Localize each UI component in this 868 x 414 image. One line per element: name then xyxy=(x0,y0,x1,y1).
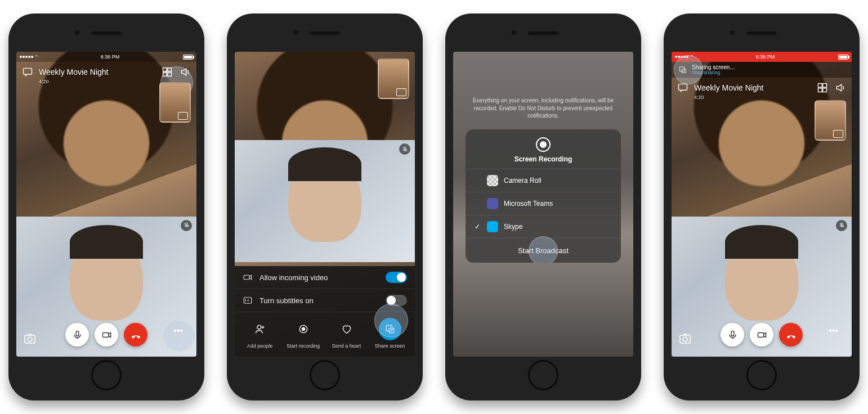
subtitles-row[interactable]: Turn subtitles on xyxy=(235,289,415,312)
allow-incoming-label: Allow incoming video xyxy=(259,273,328,282)
share-screen-label: Share screen xyxy=(375,343,405,349)
start-broadcast-label: Start Broadcast xyxy=(518,246,569,255)
picture-in-picture[interactable] xyxy=(378,58,409,99)
send-heart-label: Send a heart xyxy=(332,343,361,349)
home-button[interactable] xyxy=(310,360,340,390)
call-duration: 4:20 xyxy=(39,79,49,84)
screen: 6:36 PM Sharing screen… Stop sharing Wee… xyxy=(672,52,852,357)
broadcast-hint: Everything on your screen, including not… xyxy=(464,97,622,120)
mic-button[interactable] xyxy=(721,323,744,346)
wifi-icon xyxy=(690,54,693,60)
subtitles-label: Turn subtitles on xyxy=(259,296,314,305)
status-bar-recording[interactable]: 6:36 PM xyxy=(672,52,852,62)
call-header: Weekly Movie Night 4:20 xyxy=(16,62,196,82)
allow-incoming-toggle[interactable] xyxy=(386,272,407,283)
svg-rect-1 xyxy=(163,68,167,72)
svg-rect-19 xyxy=(818,84,822,88)
start-recording-button[interactable]: Start recording xyxy=(287,318,320,349)
grid-view-icon[interactable] xyxy=(162,66,173,78)
home-button[interactable] xyxy=(528,360,558,390)
swap-camera-icon xyxy=(178,112,188,120)
svg-rect-21 xyxy=(818,88,822,92)
svg-rect-2 xyxy=(168,68,172,72)
svg-rect-17 xyxy=(682,69,686,73)
screen-recording-title: Screen Recording xyxy=(466,155,621,163)
camera-roll-label: Camera Roll xyxy=(504,177,542,184)
svg-point-11 xyxy=(257,325,261,329)
call-title: Weekly Movie Night xyxy=(39,68,108,76)
screen: 6:36 PM Weekly Movie Night 4:20 ••• xyxy=(16,52,196,357)
call-options-sheet: Allow incoming video Turn subtitles on A… xyxy=(235,266,415,357)
screen-recording-card: Screen Recording Camera Roll Microsoft T… xyxy=(466,129,621,263)
home-button[interactable] xyxy=(746,360,777,390)
share-screen-button[interactable]: Share screen xyxy=(373,318,407,349)
screen: Everything on your screen, including not… xyxy=(453,52,633,357)
camera-button[interactable] xyxy=(95,323,118,346)
hangup-button[interactable] xyxy=(124,323,147,346)
more-button[interactable]: ••• xyxy=(822,320,845,342)
record-icon xyxy=(536,137,551,152)
phone-frame: 6:36 PM Sharing screen… Stop sharing Wee… xyxy=(664,14,860,400)
svg-rect-7 xyxy=(76,331,79,336)
svg-rect-8 xyxy=(102,332,108,337)
swap-camera-icon xyxy=(833,130,843,138)
picture-in-picture[interactable] xyxy=(159,82,191,123)
add-people-button[interactable]: Add people xyxy=(243,318,277,349)
sharing-banner[interactable]: Sharing screen… Stop sharing xyxy=(672,62,852,78)
subtitles-toggle[interactable] xyxy=(386,295,407,306)
add-people-label: Add people xyxy=(247,343,273,349)
app-option-camera-roll[interactable]: Camera Roll xyxy=(466,169,621,192)
battery-icon xyxy=(183,55,193,60)
share-screen-icon xyxy=(678,65,687,74)
skype-icon xyxy=(487,221,498,232)
svg-point-13 xyxy=(302,328,305,331)
status-time: 6:36 PM xyxy=(756,54,775,60)
home-button[interactable] xyxy=(91,360,122,390)
teams-icon xyxy=(487,198,498,209)
video-icon xyxy=(243,272,253,282)
chat-icon[interactable] xyxy=(677,82,688,93)
speaker-icon[interactable] xyxy=(835,82,846,93)
call-title: Weekly Movie Night xyxy=(694,83,763,92)
allow-incoming-video-row[interactable]: Allow incoming video xyxy=(235,266,415,289)
send-heart-button[interactable]: Send a heart xyxy=(330,318,364,349)
svg-rect-3 xyxy=(163,73,167,76)
muted-icon xyxy=(836,220,847,231)
svg-rect-9 xyxy=(244,275,249,280)
sharing-title: Sharing screen… xyxy=(692,64,735,70)
speaker-icon[interactable] xyxy=(180,66,191,78)
phone-frame: 6:36 PM Weekly Movie Night 4:20 ••• xyxy=(8,14,204,400)
app-option-teams[interactable]: Microsoft Teams xyxy=(466,192,621,215)
stop-sharing-link[interactable]: Stop sharing xyxy=(692,70,735,76)
svg-rect-18 xyxy=(679,84,687,90)
start-recording-label: Start recording xyxy=(287,343,320,349)
call-duration: 4:20 xyxy=(694,94,704,100)
more-button[interactable]: ••• xyxy=(167,320,190,342)
svg-rect-26 xyxy=(758,332,763,337)
muted-icon xyxy=(181,220,192,231)
call-header: Weekly Movie Night 4:20 xyxy=(672,78,852,98)
svg-rect-20 xyxy=(823,84,827,88)
checkmark-icon: ✓ xyxy=(473,223,481,231)
camera-roll-icon xyxy=(487,175,498,186)
teams-label: Microsoft Teams xyxy=(504,200,553,208)
cc-icon xyxy=(243,295,253,305)
grid-view-icon[interactable] xyxy=(817,82,828,93)
app-option-skype[interactable]: ✓ Skype xyxy=(466,215,621,238)
start-broadcast-button[interactable]: Start Broadcast xyxy=(466,238,621,263)
phone-frame: Allow incoming video Turn subtitles on A… xyxy=(227,14,423,400)
svg-rect-0 xyxy=(24,68,32,74)
camera-button[interactable] xyxy=(750,323,773,346)
svg-rect-10 xyxy=(244,298,252,304)
battery-icon xyxy=(838,55,848,60)
picture-in-picture[interactable] xyxy=(815,100,846,141)
self-video[interactable] xyxy=(235,140,415,262)
chat-icon[interactable] xyxy=(22,66,33,78)
status-bar: 6:36 PM xyxy=(16,52,196,62)
mic-button[interactable] xyxy=(65,323,89,346)
svg-rect-22 xyxy=(823,88,827,92)
swap-camera-icon xyxy=(396,88,406,96)
wifi-icon xyxy=(35,54,38,60)
muted-icon xyxy=(399,143,410,155)
hangup-button[interactable] xyxy=(779,323,803,346)
